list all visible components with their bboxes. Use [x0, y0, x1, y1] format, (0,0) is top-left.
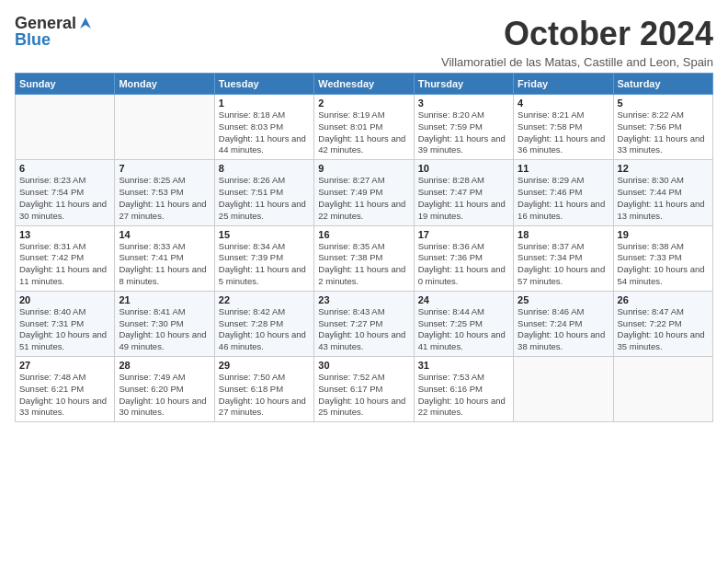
calendar-cell: 20Sunrise: 8:40 AM Sunset: 7:31 PM Dayli… [16, 291, 115, 356]
day-number: 18 [518, 229, 609, 240]
calendar-header-wednesday: Wednesday [314, 74, 414, 95]
calendar-cell: 16Sunrise: 8:35 AM Sunset: 7:38 PM Dayli… [314, 225, 414, 291]
day-detail: Sunrise: 8:30 AM Sunset: 7:44 PM Dayligh… [618, 175, 709, 222]
day-number: 5 [618, 98, 709, 109]
calendar-cell: 1Sunrise: 8:18 AM Sunset: 8:03 PM Daylig… [214, 95, 313, 160]
calendar-header-saturday: Saturday [613, 74, 712, 95]
calendar-cell: 10Sunrise: 8:28 AM Sunset: 7:47 PM Dayli… [414, 160, 513, 225]
day-number: 9 [318, 163, 409, 174]
calendar-header-thursday: Thursday [414, 74, 513, 95]
calendar-cell: 17Sunrise: 8:36 AM Sunset: 7:36 PM Dayli… [414, 225, 513, 291]
location-subtitle: Villamoratiel de las Matas, Castille and… [441, 55, 713, 69]
calendar-cell: 5Sunrise: 8:22 AM Sunset: 7:56 PM Daylig… [613, 95, 712, 160]
day-number: 7 [119, 163, 210, 174]
day-number: 23 [318, 294, 409, 305]
calendar-header-monday: Monday [115, 74, 214, 95]
day-number: 21 [119, 294, 210, 305]
day-number: 19 [618, 229, 709, 240]
day-number: 10 [418, 163, 509, 174]
calendar-cell: 18Sunrise: 8:37 AM Sunset: 7:34 PM Dayli… [514, 225, 613, 291]
day-detail: Sunrise: 8:47 AM Sunset: 7:22 PM Dayligh… [618, 306, 709, 353]
svg-marker-0 [80, 17, 91, 29]
day-number: 2 [318, 98, 409, 109]
calendar-cell [514, 357, 613, 422]
day-number: 16 [318, 229, 409, 240]
day-number: 12 [618, 163, 709, 174]
calendar-cell: 28Sunrise: 7:49 AM Sunset: 6:20 PM Dayli… [115, 357, 214, 422]
calendar-header-friday: Friday [514, 74, 613, 95]
calendar-cell: 22Sunrise: 8:42 AM Sunset: 7:28 PM Dayli… [214, 291, 313, 356]
day-number: 15 [219, 229, 310, 240]
calendar-week-1: 1Sunrise: 8:18 AM Sunset: 8:03 PM Daylig… [16, 95, 713, 160]
calendar-cell: 2Sunrise: 8:19 AM Sunset: 8:01 PM Daylig… [314, 95, 414, 160]
calendar-week-2: 6Sunrise: 8:23 AM Sunset: 7:54 PM Daylig… [16, 160, 713, 225]
calendar-cell: 27Sunrise: 7:48 AM Sunset: 6:21 PM Dayli… [16, 357, 115, 422]
day-detail: Sunrise: 8:41 AM Sunset: 7:30 PM Dayligh… [119, 306, 210, 353]
month-title: October 2024 [441, 15, 713, 53]
calendar-header-row: SundayMondayTuesdayWednesdayThursdayFrid… [16, 74, 713, 95]
day-detail: Sunrise: 8:26 AM Sunset: 7:51 PM Dayligh… [219, 175, 310, 222]
calendar-week-3: 13Sunrise: 8:31 AM Sunset: 7:42 PM Dayli… [16, 225, 713, 291]
day-number: 6 [19, 163, 110, 174]
day-number: 30 [318, 360, 409, 371]
day-number: 14 [119, 229, 210, 240]
calendar-cell: 14Sunrise: 8:33 AM Sunset: 7:41 PM Dayli… [115, 225, 214, 291]
calendar-cell: 23Sunrise: 8:43 AM Sunset: 7:27 PM Dayli… [314, 291, 414, 356]
day-detail: Sunrise: 7:49 AM Sunset: 6:20 PM Dayligh… [119, 372, 210, 419]
day-detail: Sunrise: 8:18 AM Sunset: 8:03 PM Dayligh… [219, 109, 310, 156]
day-detail: Sunrise: 8:36 AM Sunset: 7:36 PM Dayligh… [418, 241, 509, 288]
day-detail: Sunrise: 8:43 AM Sunset: 7:27 PM Dayligh… [318, 306, 409, 353]
calendar-cell: 25Sunrise: 8:46 AM Sunset: 7:24 PM Dayli… [514, 291, 613, 356]
day-number: 1 [219, 98, 310, 109]
day-detail: Sunrise: 8:40 AM Sunset: 7:31 PM Dayligh… [19, 306, 110, 353]
calendar-header-sunday: Sunday [16, 74, 115, 95]
calendar-cell: 26Sunrise: 8:47 AM Sunset: 7:22 PM Dayli… [613, 291, 712, 356]
day-number: 29 [219, 360, 310, 371]
day-detail: Sunrise: 7:48 AM Sunset: 6:21 PM Dayligh… [19, 372, 110, 419]
calendar-cell: 31Sunrise: 7:53 AM Sunset: 6:16 PM Dayli… [414, 357, 513, 422]
day-number: 4 [518, 98, 609, 109]
calendar-week-4: 20Sunrise: 8:40 AM Sunset: 7:31 PM Dayli… [16, 291, 713, 356]
day-detail: Sunrise: 7:53 AM Sunset: 6:16 PM Dayligh… [418, 372, 509, 419]
calendar-cell: 15Sunrise: 8:34 AM Sunset: 7:39 PM Dayli… [214, 225, 313, 291]
calendar-cell: 24Sunrise: 8:44 AM Sunset: 7:25 PM Dayli… [414, 291, 513, 356]
day-detail: Sunrise: 8:25 AM Sunset: 7:53 PM Dayligh… [119, 175, 210, 222]
calendar-table: SundayMondayTuesdayWednesdayThursdayFrid… [15, 73, 713, 422]
calendar-cell: 6Sunrise: 8:23 AM Sunset: 7:54 PM Daylig… [16, 160, 115, 225]
day-number: 17 [418, 229, 509, 240]
day-detail: Sunrise: 8:46 AM Sunset: 7:24 PM Dayligh… [518, 306, 609, 353]
day-number: 8 [219, 163, 310, 174]
day-number: 11 [518, 163, 609, 174]
calendar-cell: 30Sunrise: 7:52 AM Sunset: 6:17 PM Dayli… [314, 357, 414, 422]
day-number: 27 [19, 360, 110, 371]
day-detail: Sunrise: 8:28 AM Sunset: 7:47 PM Dayligh… [418, 175, 509, 222]
day-detail: Sunrise: 8:35 AM Sunset: 7:38 PM Dayligh… [318, 241, 409, 288]
day-detail: Sunrise: 8:23 AM Sunset: 7:54 PM Dayligh… [19, 175, 110, 222]
title-block: October 2024 Villamoratiel de las Matas,… [441, 15, 713, 69]
day-detail: Sunrise: 8:20 AM Sunset: 7:59 PM Dayligh… [418, 109, 509, 156]
day-detail: Sunrise: 7:50 AM Sunset: 6:18 PM Dayligh… [219, 372, 310, 419]
day-number: 22 [219, 294, 310, 305]
day-number: 24 [418, 294, 509, 305]
day-detail: Sunrise: 7:52 AM Sunset: 6:17 PM Dayligh… [318, 372, 409, 419]
calendar-cell: 7Sunrise: 8:25 AM Sunset: 7:53 PM Daylig… [115, 160, 214, 225]
day-detail: Sunrise: 8:22 AM Sunset: 7:56 PM Dayligh… [618, 109, 709, 156]
day-number: 3 [418, 98, 509, 109]
day-detail: Sunrise: 8:31 AM Sunset: 7:42 PM Dayligh… [19, 241, 110, 288]
calendar-cell: 12Sunrise: 8:30 AM Sunset: 7:44 PM Dayli… [613, 160, 712, 225]
day-detail: Sunrise: 8:29 AM Sunset: 7:46 PM Dayligh… [518, 175, 609, 222]
day-detail: Sunrise: 8:34 AM Sunset: 7:39 PM Dayligh… [219, 241, 310, 288]
calendar-cell: 13Sunrise: 8:31 AM Sunset: 7:42 PM Dayli… [16, 225, 115, 291]
calendar-cell: 21Sunrise: 8:41 AM Sunset: 7:30 PM Dayli… [115, 291, 214, 356]
day-number: 31 [418, 360, 509, 371]
day-number: 13 [19, 229, 110, 240]
calendar-week-5: 27Sunrise: 7:48 AM Sunset: 6:21 PM Dayli… [16, 357, 713, 422]
day-detail: Sunrise: 8:33 AM Sunset: 7:41 PM Dayligh… [119, 241, 210, 288]
logo: General Blue [15, 15, 93, 48]
logo-blue-text: Blue [15, 31, 93, 48]
calendar-cell: 8Sunrise: 8:26 AM Sunset: 7:51 PM Daylig… [214, 160, 313, 225]
calendar-cell: 29Sunrise: 7:50 AM Sunset: 6:18 PM Dayli… [214, 357, 313, 422]
day-number: 28 [119, 360, 210, 371]
day-detail: Sunrise: 8:42 AM Sunset: 7:28 PM Dayligh… [219, 306, 310, 353]
calendar-cell: 3Sunrise: 8:20 AM Sunset: 7:59 PM Daylig… [414, 95, 513, 160]
